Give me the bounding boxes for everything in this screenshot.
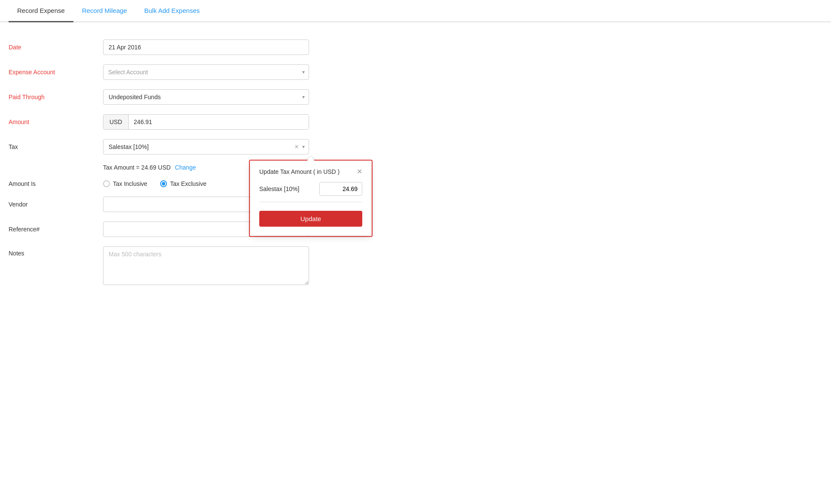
notes-row: Notes [9, 246, 343, 285]
update-button[interactable]: Update [259, 211, 362, 227]
expense-account-row: Expense Account ▾ Select Account [9, 64, 343, 80]
notes-textarea[interactable] [103, 246, 309, 285]
tax-select[interactable]: Salestax [10%] [103, 139, 309, 155]
expense-account-select-wrapper: ▾ Select Account [103, 64, 309, 80]
tax-popup-border: Update Tax Amount ( in USD ) ✕ Salestax … [249, 160, 373, 237]
tab-bulk-add-expenses[interactable]: Bulk Add Expenses [136, 0, 208, 21]
tax-inclusive-radio[interactable] [103, 180, 110, 187]
tax-exclusive-option[interactable]: Tax Exclusive [160, 180, 206, 187]
tax-row: Tax Salestax [10%] ✕ ▾ [9, 139, 343, 155]
popup-title: Update Tax Amount ( in USD ) [259, 168, 340, 175]
amount-is-label: Amount Is [9, 180, 103, 187]
tax-section: Tax Salestax [10%] ✕ ▾ Tax Amount = 24.6… [9, 139, 343, 171]
amount-label: Amount [9, 118, 103, 125]
change-link[interactable]: Change [175, 164, 196, 171]
expense-account-label: Expense Account [9, 69, 103, 76]
amount-is-radio-group: Tax Inclusive Tax Exclusive [103, 180, 206, 187]
notes-label: Notes [9, 246, 103, 257]
tax-amount-row: Tax Amount = 24.69 USD Change Update Tax… [9, 164, 343, 171]
expense-account-select[interactable] [103, 64, 309, 80]
reference-label: Reference# [9, 226, 103, 233]
paid-through-select-wrapper: Undeposited Funds ▾ [103, 89, 309, 105]
vendor-label: Vendor [9, 201, 103, 208]
tax-inclusive-label: Tax Inclusive [113, 180, 147, 187]
popup-close-icon[interactable]: ✕ [357, 168, 362, 175]
tax-amount-info: Tax Amount = 24.69 USD Change [103, 164, 196, 171]
tab-bar: Record Expense Record Mileage Bulk Add E… [0, 0, 831, 22]
paid-through-label: Paid Through [9, 94, 103, 100]
tax-popup-container: Update Tax Amount ( in USD ) ✕ Salestax … [249, 160, 373, 237]
tax-inclusive-option[interactable]: Tax Inclusive [103, 180, 147, 187]
date-input[interactable] [103, 39, 309, 55]
date-row: Date [9, 39, 343, 55]
amount-row: Amount USD [9, 114, 343, 130]
amount-currency: USD [103, 115, 129, 129]
tax-exclusive-label: Tax Exclusive [170, 180, 206, 187]
expense-form: Date Expense Account ▾ Select Account Pa… [0, 35, 352, 303]
popup-tax-name: Salestax [10%] [259, 185, 299, 192]
popup-arrow [306, 156, 315, 161]
date-label: Date [9, 44, 103, 51]
tax-label: Tax [9, 143, 103, 150]
paid-through-row: Paid Through Undeposited Funds ▾ [9, 89, 343, 105]
tab-record-expense[interactable]: Record Expense [9, 0, 73, 22]
amount-input[interactable] [129, 115, 309, 129]
amount-wrapper: USD [103, 114, 309, 130]
tab-record-mileage[interactable]: Record Mileage [73, 0, 136, 21]
popup-header: Update Tax Amount ( in USD ) ✕ [259, 168, 362, 175]
popup-tax-input[interactable] [319, 182, 362, 196]
popup-tax-row: Salestax [10%] [259, 182, 362, 202]
tax-select-wrapper: Salestax [10%] ✕ ▾ [103, 139, 309, 155]
paid-through-select[interactable]: Undeposited Funds [103, 89, 309, 105]
tax-popup: Update Tax Amount ( in USD ) ✕ Salestax … [251, 161, 371, 235]
tax-amount-text: Tax Amount = 24.69 USD [103, 164, 171, 171]
tax-exclusive-radio[interactable] [160, 180, 167, 187]
